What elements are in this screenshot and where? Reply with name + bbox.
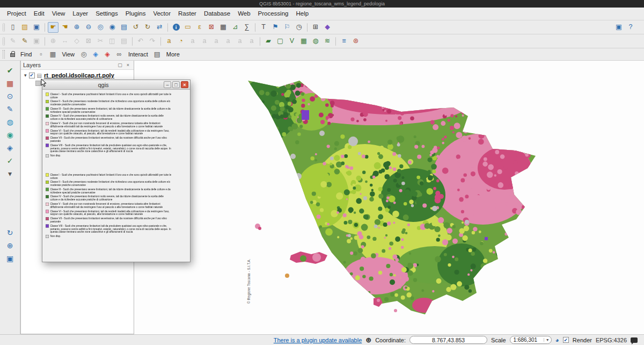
find-grid-icon[interactable]: ▦ <box>47 49 58 60</box>
python-console-icon[interactable]: ≡ <box>339 36 349 47</box>
identify-search-icon[interactable]: ⊙ <box>3 90 17 103</box>
select-by-expression-icon[interactable]: ε <box>194 22 205 33</box>
zoom-in-icon[interactable]: ⊕ <box>71 22 82 33</box>
lock-icon[interactable] <box>10 53 15 57</box>
find-label[interactable]: Find <box>17 51 35 58</box>
add-raster-layer-icon[interactable]: ▦ <box>298 36 309 47</box>
panel-close-icon[interactable]: × <box>125 62 131 69</box>
zoom-to-selection-icon[interactable]: ◉ <box>107 22 118 33</box>
project-save-icon[interactable]: ▣ <box>31 22 42 33</box>
view-label[interactable]: View <box>58 51 78 58</box>
layer-name[interactable]: rt_pedol.idsoilcap.rt.poly <box>44 72 114 78</box>
redo-icon[interactable]: ↷ <box>147 36 158 47</box>
geometry-tool-icon[interactable]: ◈ <box>3 141 17 154</box>
show-bookmarks-icon[interactable]: ⚐ <box>282 22 292 33</box>
coordinate-capture-icon[interactable]: ◉ <box>3 128 17 141</box>
measure-icon[interactable]: ⊿ <box>230 22 240 33</box>
zoom-out-icon[interactable]: ⊖ <box>83 22 94 33</box>
marker-red-icon[interactable]: ◈ <box>102 49 113 60</box>
open-attribute-table-icon[interactable]: ▦ <box>218 22 229 33</box>
menu-project[interactable]: Project <box>3 8 30 20</box>
delete-selected-icon[interactable]: ⊠ <box>83 36 94 47</box>
style-manager-icon[interactable]: ◆ <box>322 22 333 33</box>
menu-edit[interactable]: Edit <box>30 8 48 20</box>
minimize-button[interactable]: – <box>164 81 171 88</box>
web-globe-icon[interactable]: ◍ <box>3 116 17 128</box>
add-delimited-text-icon[interactable]: ≋ <box>322 36 333 47</box>
topology-checker-icon[interactable]: ▦ <box>3 77 17 90</box>
search-plugin-icon[interactable]: ⊕ <box>3 239 17 252</box>
maximize-button[interactable]: □ <box>172 81 180 88</box>
vertex-tool-icon[interactable]: ◇ <box>71 36 82 47</box>
pan-map-icon[interactable]: ☛ <box>48 22 58 33</box>
layer-labeling-icon[interactable]: a <box>164 36 174 47</box>
coordinate-input[interactable] <box>409 336 487 344</box>
menu-settings[interactable]: Settings <box>92 8 122 20</box>
interact-panel-icon[interactable]: ▤ <box>152 49 163 60</box>
panel-dock-icon[interactable]: ▢ <box>116 62 123 69</box>
layer-expander-icon[interactable]: ▾ <box>24 73 27 78</box>
refresh-plugin-icon[interactable]: ↻ <box>3 226 17 239</box>
layer-diagram-icon[interactable]: ◔ <box>175 36 186 47</box>
menu-vector[interactable]: Vector <box>149 8 174 20</box>
unpin-labels-icon[interactable]: a <box>199 36 210 47</box>
refresh-map-icon[interactable]: ⇄ <box>154 22 165 33</box>
zoom-last-icon[interactable]: ↺ <box>130 22 141 33</box>
pan-to-selection-icon[interactable]: ☚ <box>60 22 70 33</box>
dialog-titlebar[interactable]: qgis – □ × <box>42 80 190 90</box>
cut-features-icon[interactable]: ✂ <box>95 36 106 47</box>
link-infinity-icon[interactable]: ∞ <box>114 49 125 60</box>
menu-processing[interactable]: Processing <box>254 8 292 20</box>
project-new-icon[interactable]: ▯ <box>8 22 18 33</box>
messages-icon[interactable] <box>631 337 638 343</box>
map-tips-icon[interactable]: T <box>258 22 269 33</box>
project-open-icon[interactable]: ▨ <box>19 22 30 33</box>
menu-view[interactable]: View <box>48 8 69 20</box>
vector-check-icon[interactable]: ✓ <box>3 154 17 167</box>
new-map-view-icon[interactable]: ⊞ <box>310 22 321 33</box>
pin-labels-icon[interactable]: a <box>187 36 198 47</box>
copy-features-icon[interactable]: ◫ <box>107 36 118 47</box>
select-features-icon[interactable]: ▭ <box>182 22 193 33</box>
paste-features-icon[interactable]: ▤ <box>119 36 129 47</box>
new-shapefile-layer-icon[interactable]: ▰ <box>263 36 274 47</box>
map-canvas[interactable]: © Regione Toscana - S.I.T.A. <box>134 61 644 334</box>
crs-status[interactable]: EPSG:4326 <box>596 337 627 343</box>
zoom-full-icon[interactable]: ◎ <box>95 22 106 33</box>
interact-label[interactable]: Interact <box>125 51 151 58</box>
add-wms-layer-icon[interactable]: ◍ <box>310 36 321 47</box>
identify-features-icon[interactable]: i <box>171 22 181 33</box>
move-label-icon[interactable]: a <box>223 36 233 47</box>
menu-web[interactable]: Web <box>234 8 254 20</box>
layer-visibility-checkbox[interactable]: ✔ <box>29 73 35 78</box>
add-feature-icon[interactable]: ⊕ <box>48 36 58 47</box>
more-tools-chevron-icon[interactable]: ▾ <box>3 167 17 180</box>
add-vector-layer-icon[interactable]: V <box>287 36 297 47</box>
current-edits-icon[interactable]: ✎ <box>8 36 18 47</box>
cube-plugin-icon[interactable]: ▣ <box>3 252 17 265</box>
digitizing-check-icon[interactable]: ✔ <box>3 64 17 77</box>
new-bookmark-icon[interactable]: ⚑ <box>270 22 281 33</box>
menu-layer[interactable]: Layer <box>69 8 92 20</box>
undo-icon[interactable]: ↶ <box>135 36 146 47</box>
toggle-editing-icon[interactable]: ✎ <box>19 36 30 47</box>
processing-toolbox-icon[interactable]: ⊛ <box>350 36 361 47</box>
rotation-icon[interactable]: ◕ <box>555 336 559 344</box>
menu-help[interactable]: Help <box>292 8 312 20</box>
close-button[interactable]: × <box>181 81 188 88</box>
menu-database[interactable]: Database <box>200 8 234 20</box>
plugin-update-link[interactable]: There is a plugin update available <box>274 337 362 343</box>
menu-plugins[interactable]: Plugins <box>122 8 150 20</box>
deselect-features-icon[interactable]: ⊠ <box>206 22 217 33</box>
zoom-to-layer-icon[interactable]: ▤ <box>119 22 129 33</box>
move-feature-icon[interactable]: ↔ <box>60 36 70 47</box>
save-layer-edits-icon[interactable]: ▣ <box>31 36 42 47</box>
sketch-pen-icon[interactable]: ✎ <box>3 103 17 116</box>
new-geopackage-layer-icon[interactable]: ▢ <box>275 36 286 47</box>
find-widget-icon[interactable]: ▫ <box>35 49 46 60</box>
scale-combo[interactable]: 1:686,301 ▼ <box>510 336 552 344</box>
plugin-manager-icon[interactable]: ▣ <box>613 22 624 33</box>
statistical-summary-icon[interactable]: ∑ <box>241 22 252 33</box>
more-label[interactable]: More <box>163 51 183 58</box>
change-label-icon[interactable]: a <box>246 36 257 47</box>
